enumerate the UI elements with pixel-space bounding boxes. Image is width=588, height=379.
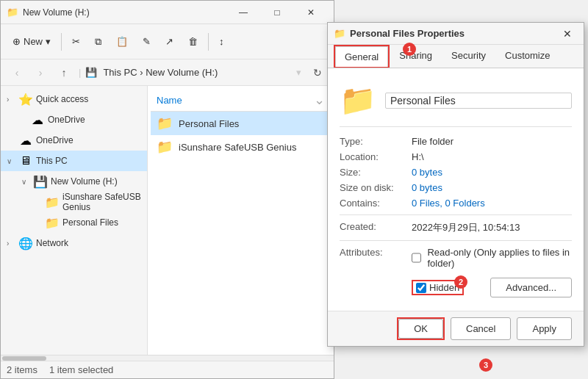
paste-button[interactable]: 📋 xyxy=(110,33,134,50)
copy-button[interactable]: ⧉ xyxy=(89,33,107,51)
new-volume-icon: 💾 xyxy=(33,175,48,189)
explorer-window: 📁 New Volume (H:) — □ ✕ ⊕ New ▾ ✂ ⧉ 📋 ✎ … xyxy=(0,0,334,379)
nav-separator: | xyxy=(79,67,81,78)
chevron-right-icon: › xyxy=(7,95,15,104)
ok-button-outline: OK xyxy=(397,317,445,340)
cut-button[interactable]: ✂ xyxy=(66,33,86,50)
sidebar-item-this-pc[interactable]: ∨ 🖥 This PC xyxy=(1,151,147,171)
share-icon: ↗ xyxy=(165,36,173,47)
item-count: 2 items xyxy=(7,364,37,375)
folder-name-input[interactable] xyxy=(385,93,572,109)
sidebar-item-onedrive[interactable]: ☁ OneDrive xyxy=(1,130,147,151)
title-bar: 📁 New Volume (H:) — □ ✕ xyxy=(1,1,334,24)
onedrive-personal-icon: ☁ xyxy=(30,113,45,127)
personal-files-folder-icon: 📁 xyxy=(157,115,173,131)
sort-button[interactable]: ↕ xyxy=(213,33,230,50)
dialog-folder-icon: 📁 xyxy=(334,28,345,39)
sort-icon-header: ⌄ xyxy=(314,92,325,108)
hidden-checkbox-outline: Hidden xyxy=(412,280,464,295)
new-button[interactable]: ⊕ New ▾ xyxy=(7,33,57,50)
maximize-button[interactable]: □ xyxy=(260,1,294,24)
readonly-row: Read-only (Only applies to files in fold… xyxy=(412,247,572,269)
isunshare-folder-icon: 📁 xyxy=(157,139,173,155)
prop-divider-1 xyxy=(340,214,572,215)
properties-dialog: 📁 Personal Files Properties ✕ General Sh… xyxy=(327,22,584,347)
toolbar-separator-2 xyxy=(208,33,209,51)
prop-disk-row: Size on disk: 0 bytes xyxy=(340,182,572,193)
tab-bar: General Sharing Security Customize xyxy=(328,45,584,68)
sidebar-item-network[interactable]: › 🌐 Network xyxy=(1,233,147,253)
address-separator: ▾ xyxy=(296,67,301,78)
isunshare-icon: 📁 xyxy=(45,195,60,209)
toolbar: ⊕ New ▾ ✂ ⧉ 📋 ✎ ↗ 🗑 ↕ xyxy=(1,24,334,59)
prop-contains-row: Contains: 0 Files, 0 Folders xyxy=(340,198,572,209)
onedrive-icon: ☁ xyxy=(18,134,33,148)
personal-files-icon: 📁 xyxy=(45,216,60,230)
prop-size-row: Size: 0 bytes xyxy=(340,167,572,178)
sidebar-item-onedrive-personal[interactable]: ☁ OneDrive xyxy=(1,109,147,130)
minimize-button[interactable]: — xyxy=(226,1,260,24)
file-list-header: Name ⌄ xyxy=(151,89,331,112)
sidebar-item-new-volume[interactable]: ∨ 💾 New Volume (H:) xyxy=(1,171,147,192)
chevron-expand-icon: ∨ xyxy=(21,178,30,186)
dialog-footer: OK Cancel Apply xyxy=(328,311,584,346)
apply-button[interactable]: Apply xyxy=(517,317,572,340)
quick-access-icon: ⭐ xyxy=(18,93,33,107)
sidebar-item-isunshare[interactable]: 📁 iSunshare SafeUSB Genius xyxy=(1,192,147,212)
share-button[interactable]: ↗ xyxy=(159,33,179,50)
rename-icon: ✎ xyxy=(143,36,151,47)
sidebar-item-personal-files[interactable]: 📁 Personal Files xyxy=(1,212,147,233)
tab-general[interactable]: General xyxy=(335,46,388,67)
attributes-section: Attributes: Read-only (Only applies to f… xyxy=(340,247,572,297)
selected-count: 1 item selected xyxy=(49,364,113,375)
sidebar: › ⭐ Quick access ☁ OneDrive ☁ OneDrive ∨… xyxy=(1,86,148,355)
this-pc-icon: 🖥 xyxy=(18,154,33,167)
column-name[interactable]: Name xyxy=(157,95,314,106)
tab-security[interactable]: Security xyxy=(442,45,495,68)
file-list: Name ⌄ 📁 Personal Files 📁 iSunshare Safe… xyxy=(148,86,334,355)
annotation-3: 3 xyxy=(479,358,492,372)
dialog-close-button[interactable]: ✕ xyxy=(557,24,578,44)
tab-sharing[interactable]: Sharing xyxy=(390,45,442,68)
nav-drive-icon: 💾 xyxy=(85,67,97,78)
toolbar-separator-1 xyxy=(61,33,62,51)
sort-icon: ↕ xyxy=(219,36,224,47)
hidden-checkbox[interactable] xyxy=(416,283,426,293)
scrollbar-thumb[interactable] xyxy=(2,356,46,361)
tab-customize[interactable]: Customize xyxy=(495,45,559,68)
delete-icon: 🗑 xyxy=(188,36,198,47)
forward-button[interactable]: › xyxy=(30,62,51,83)
prop-divider-2 xyxy=(340,240,572,241)
table-row[interactable]: 📁 iSunshare SafeUSB Genius xyxy=(151,135,331,159)
horizontal-scrollbar[interactable] xyxy=(1,355,334,361)
refresh-button[interactable]: ↻ xyxy=(307,62,328,83)
cancel-button[interactable]: Cancel xyxy=(451,317,511,340)
table-row[interactable]: 📁 Personal Files xyxy=(151,112,331,135)
prop-created-row: Created: 2022年9月29日, 10:54:13 xyxy=(340,221,572,234)
copy-icon: ⧉ xyxy=(95,36,101,48)
paste-icon: 📋 xyxy=(116,36,128,47)
delete-button[interactable]: 🗑 xyxy=(182,33,204,50)
address-bar: ‹ › ↑ | 💾 This PC › New Volume (H:) ▾ ↻ xyxy=(1,59,334,86)
title-bar-text: New Volume (H:) xyxy=(23,7,222,18)
close-button[interactable]: ✕ xyxy=(294,1,328,24)
dialog-title: Personal Files Properties xyxy=(350,28,553,39)
folder-header: 📁 xyxy=(340,77,572,127)
advanced-button[interactable]: Advanced... xyxy=(490,278,572,297)
main-content: › ⭐ Quick access ☁ OneDrive ☁ OneDrive ∨… xyxy=(1,86,334,355)
readonly-checkbox[interactable] xyxy=(412,252,421,264)
folder-large-icon: 📁 xyxy=(340,83,376,118)
up-button[interactable]: ↑ xyxy=(54,62,74,83)
rename-button[interactable]: ✎ xyxy=(137,33,157,50)
sidebar-item-quick-access[interactable]: › ⭐ Quick access xyxy=(1,89,147,109)
back-button[interactable]: ‹ xyxy=(7,62,27,83)
address-path: This PC › New Volume (H:) xyxy=(103,67,290,78)
dialog-title-bar: 📁 Personal Files Properties ✕ xyxy=(328,23,584,45)
chevron-down-icon: ∨ xyxy=(7,157,15,165)
prop-location-row: Location: H:\ xyxy=(340,151,572,162)
status-bar: 2 items 1 item selected xyxy=(1,361,334,378)
ok-button[interactable]: OK xyxy=(398,319,443,339)
explorer-icon: 📁 xyxy=(7,7,18,18)
prop-type-row: Type: File folder xyxy=(340,136,572,147)
window-controls: — □ ✕ xyxy=(226,1,328,24)
